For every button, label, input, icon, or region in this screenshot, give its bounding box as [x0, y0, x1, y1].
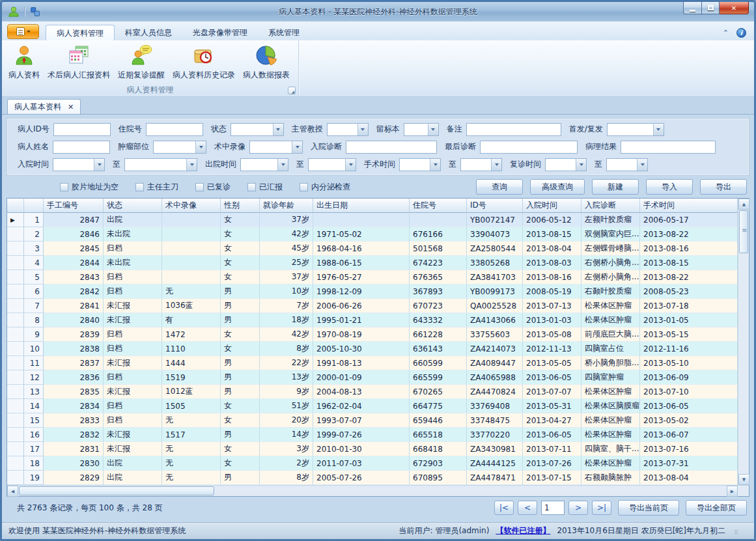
col-header-1[interactable]: 手工编号	[44, 199, 104, 213]
cell[interactable]: 42岁	[260, 227, 313, 242]
cell[interactable]: 18岁	[260, 313, 313, 327]
chevron-down-icon[interactable]	[273, 124, 283, 135]
checkbox-1[interactable]: 胶片地址为空	[60, 182, 119, 193]
cell[interactable]: 无	[162, 456, 221, 471]
cell[interactable]	[410, 213, 467, 227]
filter-select-r1-3[interactable]	[231, 123, 284, 136]
filter-select-r3-4[interactable]	[308, 158, 356, 171]
cell[interactable]: 2013-08-04	[640, 471, 738, 485]
cell[interactable]: 2013-04-27	[523, 413, 581, 428]
cell[interactable]: 33769408	[467, 399, 523, 413]
cell[interactable]: 未汇报	[104, 313, 162, 327]
cell[interactable]: 33805268	[467, 256, 523, 270]
cell[interactable]: 1968-04-16	[313, 242, 410, 256]
cell[interactable]: 676166	[410, 227, 467, 242]
row-selector-cell[interactable]	[7, 356, 24, 370]
chevron-down-icon[interactable]	[94, 159, 104, 171]
cell[interactable]: 归档	[104, 342, 162, 356]
table-row[interactable]: 32845归档女45岁1968-04-16501568ZA25805442013…	[7, 242, 738, 256]
cell[interactable]: 归档	[104, 370, 162, 385]
cell[interactable]: 女	[221, 399, 260, 413]
cell[interactable]: 2013-07-15	[523, 471, 581, 485]
cell[interactable]: 2008-05-23	[640, 284, 738, 299]
filter-input-r1-2[interactable]	[146, 123, 203, 136]
checkbox-5[interactable]: 内分泌检查	[300, 182, 350, 193]
cell[interactable]: 1971-05-02	[313, 227, 410, 242]
cell[interactable]: 男	[221, 428, 260, 442]
cell[interactable]: 男	[221, 299, 260, 313]
cell[interactable]: 2843	[44, 270, 104, 284]
table-row[interactable]: 182830出院无女2岁2011-07-03672903ZA4444125201…	[7, 456, 738, 471]
cell[interactable]: 四脑室肿瘤	[581, 370, 640, 385]
cell[interactable]: 2013-06-05	[523, 428, 581, 442]
cell[interactable]: 出院	[104, 456, 162, 471]
cell[interactable]: 13岁	[260, 370, 313, 385]
cell[interactable]: 22岁	[260, 356, 313, 370]
cell[interactable]: 女	[221, 342, 260, 356]
cell[interactable]: 1993-07-07	[313, 413, 410, 428]
filter-input-r2-6[interactable]	[621, 141, 716, 154]
cell[interactable]: 33755603	[467, 327, 523, 342]
cell[interactable]: 松果体区肿瘤	[581, 299, 640, 313]
cell[interactable]: 2844	[44, 256, 104, 270]
cell[interactable]: 女	[221, 227, 260, 242]
scroll-down-icon[interactable]: ▼	[738, 474, 749, 485]
cell[interactable]: 2837	[44, 356, 104, 370]
cell[interactable]: 2013-08-03	[523, 256, 581, 270]
cell[interactable]: 45岁	[260, 242, 313, 256]
cell[interactable]: 归档	[104, 242, 162, 256]
table-row[interactable]: 52843归档女37岁1976-05-27676365ZA38417032013…	[7, 270, 738, 284]
checkbox-box-icon[interactable]	[300, 183, 308, 191]
app-menu-button[interactable]	[7, 24, 39, 39]
cell[interactable]: 2838	[44, 342, 104, 356]
cell[interactable]: 男	[221, 284, 260, 299]
cell[interactable]	[162, 256, 221, 270]
filter-input-r1-1[interactable]	[53, 123, 111, 136]
cell[interactable]: 2833	[44, 413, 104, 428]
resize-grip[interactable]	[732, 528, 738, 534]
table-row[interactable]: 112837未汇报1444男22岁1991-08-13660599ZA40894…	[7, 356, 738, 370]
ribbon-tab-1[interactable]: 病人资料管理	[46, 25, 115, 40]
cell[interactable]: 2006-06-26	[313, 299, 410, 313]
cell[interactable]: 33770220	[467, 428, 523, 442]
ribbon-button-3[interactable]: 近期复诊提醒	[114, 42, 169, 82]
vscroll-track[interactable]	[738, 254, 749, 474]
table-row[interactable]: 192829出院无男8岁2005-07-26670895ZA4478471201…	[7, 471, 738, 485]
prev-page-button[interactable]: <	[518, 501, 537, 515]
cell[interactable]: 670723	[410, 299, 467, 313]
table-row[interactable]: 82840未汇报有男18岁1995-01-21643332ZA414306620…	[7, 313, 738, 327]
chevron-down-icon[interactable]	[576, 159, 586, 171]
cell[interactable]: 出院	[104, 471, 162, 485]
cell[interactable]: 2005-07-26	[313, 471, 410, 485]
cell[interactable]: 女	[221, 413, 260, 428]
cell[interactable]: 2013-05-31	[523, 399, 581, 413]
row-selector-cell[interactable]	[7, 342, 24, 356]
vscroll-thumb[interactable]	[739, 210, 748, 253]
cell[interactable]: 2013-08-15	[523, 227, 581, 242]
filter-select-r3-8[interactable]	[606, 158, 648, 171]
cell[interactable]: 2013-06-05	[523, 370, 581, 385]
cell[interactable]: 2840	[44, 313, 104, 327]
cell[interactable]: 664775	[410, 399, 467, 413]
cell[interactable]: 636143	[410, 342, 467, 356]
user-icon[interactable]	[7, 5, 20, 18]
cell[interactable]: ZA4470824	[467, 385, 523, 399]
table-row[interactable]: 42844未出院女25岁1988-06-15674223338052682013…	[7, 256, 738, 270]
cell[interactable]: 男	[221, 385, 260, 399]
cell[interactable]: 1998-12-09	[313, 284, 410, 299]
cell[interactable]: 未汇报	[104, 385, 162, 399]
cell[interactable]: 2847	[44, 213, 104, 227]
cell[interactable]: 2845	[44, 242, 104, 256]
cell[interactable]: 9岁	[260, 385, 313, 399]
cell[interactable]: 1991-08-13	[313, 356, 410, 370]
chevron-down-icon[interactable]	[428, 124, 438, 135]
export-current-page-button[interactable]: 导出当前页	[618, 500, 679, 516]
export-button[interactable]: 导出	[700, 179, 747, 195]
cell[interactable]: 归档	[104, 399, 162, 413]
page-number-input[interactable]	[541, 501, 565, 515]
cell[interactable]: 左侧蝶骨嵴脑...	[581, 242, 640, 256]
col-header-9[interactable]: 入院时间	[523, 199, 581, 213]
filter-input-r2-1[interactable]	[53, 141, 110, 154]
row-selector-cell[interactable]	[7, 370, 24, 385]
ribbon-tab-2[interactable]: 科室人员信息	[115, 25, 182, 40]
